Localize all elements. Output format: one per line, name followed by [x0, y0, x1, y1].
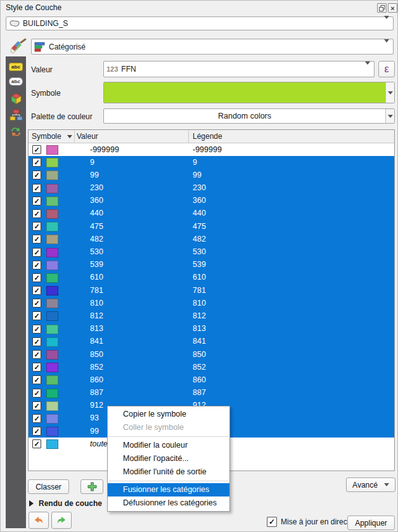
table-row[interactable]: ✓781781 [29, 284, 394, 297]
row-checkbox[interactable]: ✓ [32, 311, 41, 320]
table-row[interactable]: ✓475475 [29, 220, 394, 233]
row-checkbox[interactable]: ✓ [32, 350, 41, 359]
table-row[interactable]: ✓852852 [29, 361, 394, 373]
undock-icon[interactable] [377, 3, 387, 13]
menu-item[interactable]: Modifier l'opacité... [108, 452, 229, 465]
live-update-control[interactable]: ✓ Mise à jour en direct [267, 517, 349, 527]
row-checkbox[interactable]: ✓ [32, 401, 41, 410]
color-swatch[interactable] [46, 171, 58, 180]
row-checkbox[interactable]: ✓ [32, 158, 41, 167]
color-swatch[interactable] [46, 158, 58, 167]
redo-button[interactable] [51, 512, 72, 529]
color-swatch[interactable] [46, 235, 58, 244]
menu-item[interactable]: Modifier la couleur [108, 439, 229, 452]
row-checkbox[interactable]: ✓ [32, 171, 41, 179]
menu-item[interactable]: Fusionner les catégories [108, 483, 229, 496]
tab-history-icon[interactable] [6, 126, 26, 138]
symbol-selector[interactable] [103, 82, 395, 103]
advanced-button[interactable]: Avancé [346, 477, 395, 492]
row-checkbox[interactable]: ✓ [32, 248, 41, 257]
classify-button[interactable]: Classer [28, 479, 69, 494]
table-row[interactable]: ✓810810 [29, 297, 394, 309]
color-swatch[interactable] [46, 286, 58, 295]
table-row[interactable]: ✓9999 [29, 169, 394, 181]
row-checkbox[interactable]: ✓ [32, 184, 41, 193]
color-swatch[interactable] [46, 145, 58, 155]
row-checkbox[interactable]: ✓ [32, 414, 41, 423]
color-swatch[interactable] [46, 389, 58, 398]
row-checkbox[interactable]: ✓ [32, 375, 41, 384]
table-row[interactable]: ✓813813 [29, 323, 394, 335]
color-swatch[interactable] [46, 325, 58, 334]
row-checkbox[interactable]: ✓ [32, 197, 41, 205]
symbol-dropdown-button[interactable] [385, 82, 394, 103]
color-swatch[interactable] [46, 401, 58, 411]
color-swatch[interactable] [46, 311, 58, 321]
row-checkbox[interactable]: ✓ [32, 325, 41, 334]
row-checkbox[interactable]: ✓ [32, 427, 41, 436]
color-swatch[interactable] [46, 248, 58, 257]
table-row[interactable]: ✓360360 [29, 195, 394, 207]
color-swatch[interactable] [46, 427, 58, 436]
close-icon[interactable]: × [388, 3, 397, 13]
add-category-button[interactable] [80, 479, 103, 494]
table-row[interactable]: ✓812812 [29, 309, 394, 322]
table-row[interactable]: ✓887887 [29, 387, 394, 399]
row-checkbox[interactable]: ✓ [32, 209, 41, 218]
table-row[interactable]: ✓99 [29, 156, 394, 169]
color-swatch[interactable] [46, 197, 58, 206]
row-checkbox[interactable]: ✓ [32, 363, 41, 372]
color-swatch[interactable] [46, 363, 58, 372]
table-row[interactable]: ✓539539 [29, 259, 394, 271]
table-row[interactable]: ✓-999999-999999 [29, 143, 394, 156]
color-swatch[interactable] [46, 261, 58, 270]
color-ramp-selector[interactable]: Random colors [103, 108, 395, 124]
table-row[interactable]: ✓841841 [29, 335, 394, 348]
color-swatch[interactable] [46, 209, 58, 219]
color-swatch[interactable] [46, 375, 58, 385]
layer-rendering-section[interactable]: Rendu de couche [29, 499, 102, 508]
table-header[interactable]: Symbole Valeur Légende [29, 130, 394, 143]
symbology-tab-icon[interactable] [10, 37, 27, 56]
row-checkbox[interactable]: ✓ [32, 439, 41, 448]
table-row[interactable]: ✓482482 [29, 233, 394, 245]
tab-callouts-icon[interactable]: abc [6, 77, 26, 86]
color-swatch[interactable] [46, 439, 58, 449]
undo-button[interactable] [29, 512, 49, 529]
tab-diagrams-icon[interactable] [6, 109, 26, 121]
menu-item[interactable]: Défusionner les catégories [108, 496, 229, 510]
color-swatch[interactable] [46, 414, 58, 424]
row-checkbox[interactable]: ✓ [32, 337, 41, 346]
live-update-checkbox[interactable]: ✓ [267, 517, 277, 527]
table-row[interactable]: ✓610610 [29, 271, 394, 284]
renderer-selector[interactable]: Catégorisé [31, 39, 394, 55]
row-checkbox[interactable]: ✓ [32, 299, 41, 308]
value-field-combo[interactable]: 123 FFN [103, 61, 375, 77]
color-swatch[interactable] [46, 299, 58, 308]
row-checkbox[interactable]: ✓ [32, 222, 41, 231]
table-row[interactable]: ✓850850 [29, 348, 394, 361]
row-checkbox[interactable]: ✓ [32, 235, 41, 243]
row-checkbox[interactable]: ✓ [32, 145, 41, 154]
color-swatch[interactable] [46, 222, 58, 231]
table-row[interactable]: ✓530530 [29, 246, 394, 259]
table-row[interactable]: ✓860860 [29, 373, 394, 386]
color-swatch[interactable] [46, 350, 58, 360]
table-row[interactable]: ✓230230 [29, 182, 394, 195]
ramp-dropdown-button[interactable] [385, 109, 394, 123]
row-checkbox[interactable]: ✓ [32, 273, 41, 282]
header-legend[interactable]: Légende [193, 132, 222, 141]
tab-3d-view-icon[interactable] [6, 92, 26, 105]
apply-button[interactable]: Appliquer [347, 516, 395, 530]
color-swatch[interactable] [46, 273, 58, 283]
color-swatch[interactable] [46, 337, 58, 347]
menu-item[interactable]: Modifier l'unité de sortie [108, 465, 229, 479]
expression-builder-button[interactable]: ε [378, 61, 395, 77]
row-checkbox[interactable]: ✓ [32, 389, 41, 398]
row-checkbox[interactable]: ✓ [32, 261, 41, 269]
header-value[interactable]: Valeur [77, 132, 98, 141]
table-row[interactable]: ✓440440 [29, 207, 394, 220]
color-swatch[interactable] [46, 184, 58, 193]
header-symbol[interactable]: Symbole [32, 132, 61, 141]
menu-item[interactable]: Copier le symbole [108, 408, 229, 421]
